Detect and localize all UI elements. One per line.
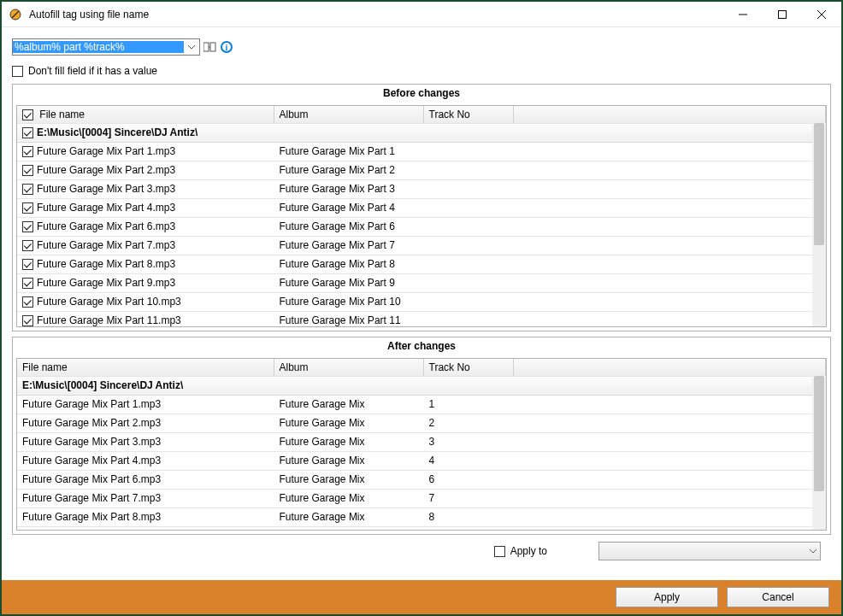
before-panel-title: Before changes [13,85,830,102]
table-row[interactable]: Future Garage Mix Part 3.mp3Future Garag… [17,432,826,451]
svg-rect-3 [779,10,787,18]
table-row[interactable]: Future Garage Mix Part 4.mp3Future Garag… [17,198,826,217]
maximize-button[interactable] [763,2,802,27]
pattern-wizard-icon[interactable] [202,39,217,55]
table-row[interactable]: Future Garage Mix Part 9.mp3Future Garag… [17,273,826,292]
app-icon [9,8,22,21]
cell-album: Future Garage Mix Part 7 [274,236,423,255]
cell-file: Future Garage Mix Part 7.mp3 [37,239,175,251]
after-panel: After changes File name Album Track No [12,337,831,535]
table-row[interactable]: Future Garage Mix Part 3.mp3Future Garag… [17,179,826,198]
dont-fill-row: Don't fill field if it has a value [12,63,831,79]
dont-fill-checkbox[interactable] [12,66,23,77]
before-group-label: E:\Music\[0004] Sincere\DJ Antiz\ [37,126,197,138]
cell-track: 8 [423,507,513,526]
before-selectall-checkbox[interactable] [22,109,33,120]
pattern-row: i [12,38,831,56]
cell-track [423,273,513,292]
after-group-row[interactable]: E:\Music\[0004] Sincere\DJ Antiz\ [17,376,826,395]
applyto-row: Apply to [12,535,831,567]
table-row[interactable]: Future Garage Mix Part 2.mp3Future Garag… [17,161,826,179]
before-col-album[interactable]: Album [274,106,423,123]
cell-file: Future Garage Mix Part 11.mp3 [37,314,181,326]
before-group-row[interactable]: E:\Music\[0004] Sincere\DJ Antiz\ [17,123,826,142]
cell-track: 6 [423,470,513,489]
table-row[interactable]: Future Garage Mix Part 8.mp3Future Garag… [17,507,826,526]
before-grid-container: File name Album Track No E:\Music\[0004]… [16,105,827,327]
cell-album: Future Garage Mix [274,489,423,507]
cell-album: Future Garage Mix Part 11 [274,311,423,327]
applyto-combobox[interactable] [598,542,821,560]
close-button[interactable] [802,2,841,27]
table-row[interactable]: Future Garage Mix Part 2.mp3Future Garag… [17,414,826,432]
cell-album: Future Garage Mix [274,451,423,470]
row-checkbox[interactable] [22,240,33,251]
table-row[interactable]: Future Garage Mix Part 6.mp3Future Garag… [17,470,826,489]
table-row[interactable]: Future Garage Mix Part 6.mp3Future Garag… [17,217,826,236]
after-scrollbar[interactable] [812,376,826,530]
cell-track [423,179,513,198]
cell-file: Future Garage Mix Part 6.mp3 [37,220,175,232]
row-checkbox[interactable] [22,221,33,232]
applyto-checkbox[interactable] [494,546,505,557]
cell-album: Future Garage Mix [274,470,423,489]
row-checkbox[interactable] [22,278,33,289]
before-col-track[interactable]: Track No [423,106,513,123]
pattern-dropdown-button[interactable] [184,39,199,55]
after-scrollbar-thumb[interactable] [814,376,824,491]
cell-file: Future Garage Mix Part 3.mp3 [17,432,274,451]
after-panel-title: After changes [13,337,830,355]
table-row[interactable]: Future Garage Mix Part 10.mp3Future Gara… [17,292,826,311]
svg-rect-6 [203,43,209,51]
cell-album: Future Garage Mix Part 9 [274,273,423,292]
before-scrollbar[interactable] [812,123,826,326]
row-checkbox[interactable] [22,184,33,195]
after-col-spare [513,359,826,376]
minimize-button[interactable] [723,2,763,27]
cell-file: Future Garage Mix Part 10.mp3 [37,296,181,308]
table-row[interactable]: Future Garage Mix Part 11.mp3Future Gara… [17,311,826,327]
pattern-input[interactable] [13,41,184,53]
table-row[interactable]: Future Garage Mix Part 7.mp3Future Garag… [17,489,826,507]
cell-album: Future Garage Mix Part 10 [274,292,423,311]
cell-album: Future Garage Mix [274,395,423,414]
cell-album: Future Garage Mix Part 3 [274,179,423,198]
before-scrollbar-thumb[interactable] [814,123,824,245]
row-checkbox[interactable] [22,146,33,157]
info-icon[interactable]: i [219,39,234,55]
pattern-combobox[interactable] [12,38,200,56]
table-row[interactable]: Future Garage Mix Part 1.mp3Future Garag… [17,395,826,414]
svg-rect-7 [210,43,215,51]
cell-file: Future Garage Mix Part 2.mp3 [37,164,175,176]
table-row[interactable]: Future Garage Mix Part 8.mp3Future Garag… [17,255,826,273]
table-row[interactable]: Future Garage Mix Part 4.mp3Future Garag… [17,451,826,470]
cell-track [423,217,513,236]
cell-file: Future Garage Mix Part 8.mp3 [17,507,274,526]
cell-file: Future Garage Mix Part 8.mp3 [37,258,175,270]
cell-track: 7 [423,489,513,507]
row-checkbox[interactable] [22,296,33,308]
table-row[interactable]: Future Garage Mix Part 7.mp3Future Garag… [17,236,826,255]
after-col-track[interactable]: Track No [423,359,513,376]
cell-track [423,255,513,273]
before-col-file[interactable]: File name [17,106,274,123]
row-checkbox[interactable] [22,165,33,176]
cell-track: 1 [423,395,513,414]
row-checkbox[interactable] [22,315,33,326]
cell-album: Future Garage Mix Part 1 [274,142,423,161]
after-col-album[interactable]: Album [274,359,423,376]
after-col-file[interactable]: File name [17,359,274,376]
window-title: Autofill tag using file name [29,9,149,21]
row-checkbox[interactable] [22,259,33,270]
cell-track [423,311,513,327]
row-checkbox[interactable] [22,202,33,214]
before-header-row: File name Album Track No [17,106,826,123]
after-grid-container: File name Album Track No E:\Music\[0004]… [16,358,827,531]
cell-album: Future Garage Mix Part 2 [274,161,423,179]
apply-button[interactable]: Apply [616,587,718,607]
table-row[interactable]: Future Garage Mix Part 1.mp3Future Garag… [17,142,826,161]
cancel-button[interactable]: Cancel [727,587,829,607]
before-panel: Before changes File name Album Tra [12,84,831,331]
before-group-checkbox[interactable] [22,127,33,138]
cell-album: Future Garage Mix [274,432,423,451]
